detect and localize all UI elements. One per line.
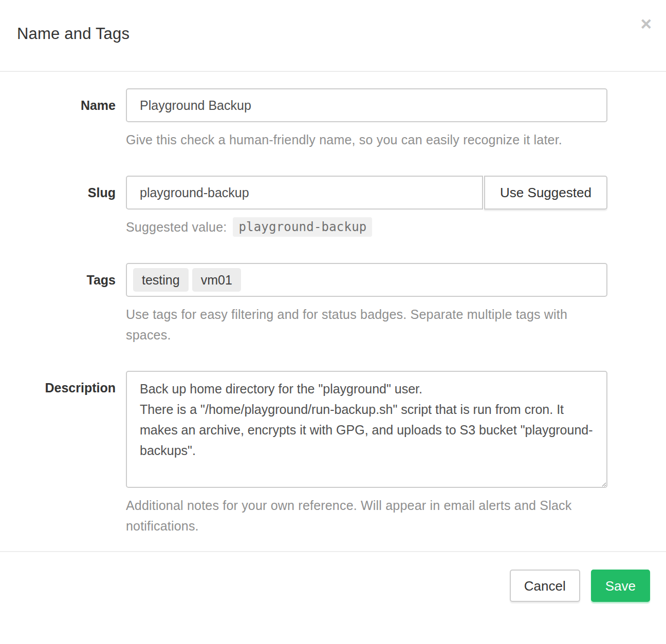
tags-field-control: testing vm01 Use tags for easy filtering… [126,263,607,345]
name-field-row: Name Give this check a human-friendly na… [0,88,666,150]
description-help-text: Additional notes for your own reference.… [126,495,607,536]
use-suggested-button[interactable]: Use Suggested [484,176,607,210]
slug-field-row: Slug Use Suggested Suggested value: play… [0,176,666,237]
modal-body: Name Give this check a human-friendly na… [0,72,666,551]
slug-label: Slug [0,176,126,237]
close-icon[interactable]: × [640,14,652,33]
slug-input[interactable] [126,176,483,210]
slug-field-control: Use Suggested Suggested value: playgroun… [126,176,607,237]
modal-title: Name and Tags [17,25,130,43]
name-and-tags-modal: Name and Tags × Name Give this check a h… [0,0,666,617]
slug-input-group: Use Suggested [126,176,607,210]
name-label: Name [0,88,126,150]
modal-footer: Cancel Save [0,551,666,617]
description-textarea[interactable]: Back up home directory for the "playgrou… [126,371,607,488]
save-button[interactable]: Save [591,570,650,602]
tag-pill-vm01[interactable]: vm01 [192,268,241,292]
description-field-control: Back up home directory for the "playgrou… [126,371,607,536]
description-field-row: Description Back up home directory for t… [0,371,666,536]
tags-field-row: Tags testing vm01 Use tags for easy filt… [0,263,666,345]
name-input[interactable] [126,88,607,122]
description-label: Description [0,371,126,536]
suggested-value-prefix: Suggested value: [126,217,227,237]
tag-pill-testing[interactable]: testing [133,268,189,292]
tags-label: Tags [0,263,126,345]
slug-suggested-help: Suggested value: playground-backup [126,217,607,237]
tags-input[interactable]: testing vm01 [126,263,607,297]
cancel-button[interactable]: Cancel [510,570,580,602]
modal-header: Name and Tags × [0,0,666,72]
name-help-text: Give this check a human-friendly name, s… [126,129,607,150]
suggested-value-code: playground-backup [233,217,372,237]
name-field-control: Give this check a human-friendly name, s… [126,88,607,150]
tags-help-text: Use tags for easy filtering and for stat… [126,304,607,345]
